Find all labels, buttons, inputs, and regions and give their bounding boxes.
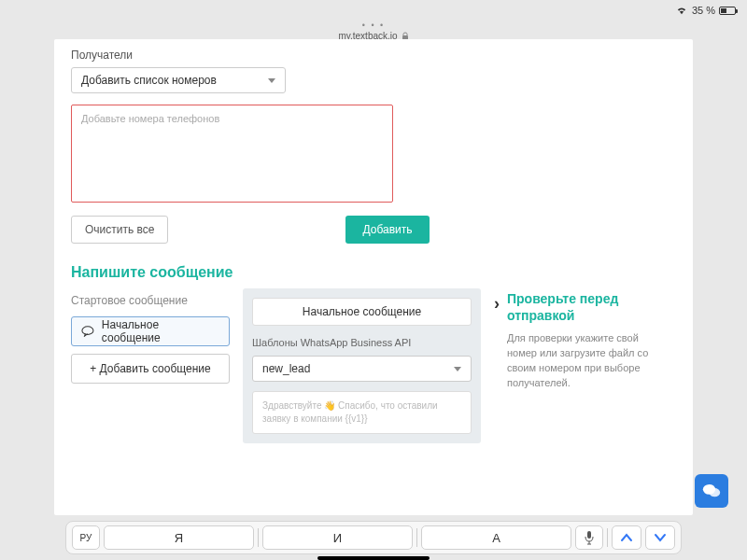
add-message-button[interactable]: + Добавить сообщение bbox=[71, 354, 230, 384]
keyboard-suggestion-3[interactable]: А bbox=[421, 525, 571, 550]
message-editor-panel: Начальное сообщение Шаблоны WhatsApp Bus… bbox=[243, 288, 481, 443]
home-indicator[interactable] bbox=[317, 556, 430, 560]
template-preview: Здравствуйте 👋 Спасибо, что оставили зая… bbox=[252, 391, 472, 434]
microphone-icon bbox=[584, 530, 595, 545]
compose-section-title: Напишите сообщение bbox=[71, 264, 676, 281]
more-dots-icon: • • • bbox=[362, 21, 385, 30]
recipients-select[interactable]: Добавить список номеров bbox=[71, 67, 286, 93]
recipients-label: Получатели bbox=[71, 49, 676, 62]
chevron-right-icon[interactable]: › bbox=[494, 294, 500, 391]
verify-text: Для проверки укажите свой номер или загр… bbox=[507, 331, 657, 391]
templates-label: Шаблоны WhatsApp Business API bbox=[252, 337, 472, 348]
clear-all-button[interactable]: Очистить все bbox=[71, 216, 168, 244]
chat-icon bbox=[702, 483, 721, 499]
keyboard-language-button[interactable]: РУ bbox=[72, 525, 100, 550]
recipients-select-value: Добавить список номеров bbox=[81, 74, 217, 87]
add-message-label: + Добавить сообщение bbox=[90, 362, 210, 375]
browser-urlbar[interactable]: • • • my.textback.io bbox=[0, 21, 747, 35]
divider bbox=[258, 528, 259, 547]
phone-numbers-textarea[interactable]: Добавьте номера телефонов bbox=[71, 105, 393, 203]
device-statusbar: 35 % bbox=[0, 0, 747, 21]
chat-support-button[interactable] bbox=[695, 474, 728, 508]
main-card: Получатели Добавить список номеров Добав… bbox=[54, 39, 693, 515]
keyboard-up-button[interactable] bbox=[612, 525, 641, 550]
svg-point-3 bbox=[710, 488, 721, 497]
add-button[interactable]: Добавить bbox=[345, 216, 429, 244]
keyboard-down-button[interactable] bbox=[645, 525, 675, 550]
divider bbox=[416, 528, 417, 547]
chevron-down-icon bbox=[268, 78, 275, 83]
message-list: Начальное сообщение + Добавить сообщение bbox=[71, 316, 230, 384]
speech-bubble-icon bbox=[81, 326, 94, 337]
battery-percent: 35 % bbox=[692, 5, 715, 16]
keyboard-suggestion-1[interactable]: Я bbox=[104, 525, 254, 550]
message-item-label: Начальное сообщение bbox=[102, 318, 219, 344]
editor-header: Начальное сообщение bbox=[252, 298, 472, 326]
keyboard-suggestion-bar: РУ Я И А bbox=[65, 521, 682, 554]
verify-panel: › Проверьте перед отправкой Для проверки… bbox=[494, 290, 657, 391]
svg-point-1 bbox=[82, 327, 93, 335]
template-select-value: new_lead bbox=[262, 362, 310, 375]
chevron-down-icon bbox=[454, 367, 461, 371]
template-select[interactable]: new_lead bbox=[252, 356, 472, 382]
svg-rect-4 bbox=[587, 531, 591, 539]
wifi-icon bbox=[675, 6, 688, 15]
verify-title: Проверьте перед отправкой bbox=[507, 290, 657, 324]
keyboard-mic-button[interactable] bbox=[575, 525, 603, 550]
keyboard-suggestion-2[interactable]: И bbox=[262, 525, 413, 550]
message-item-initial[interactable]: Начальное сообщение bbox=[71, 316, 230, 346]
battery-icon bbox=[719, 7, 736, 15]
divider bbox=[607, 528, 608, 547]
chevron-down-icon bbox=[654, 533, 667, 542]
chevron-up-icon bbox=[620, 533, 633, 542]
textarea-placeholder: Добавьте номера телефонов bbox=[81, 113, 219, 124]
